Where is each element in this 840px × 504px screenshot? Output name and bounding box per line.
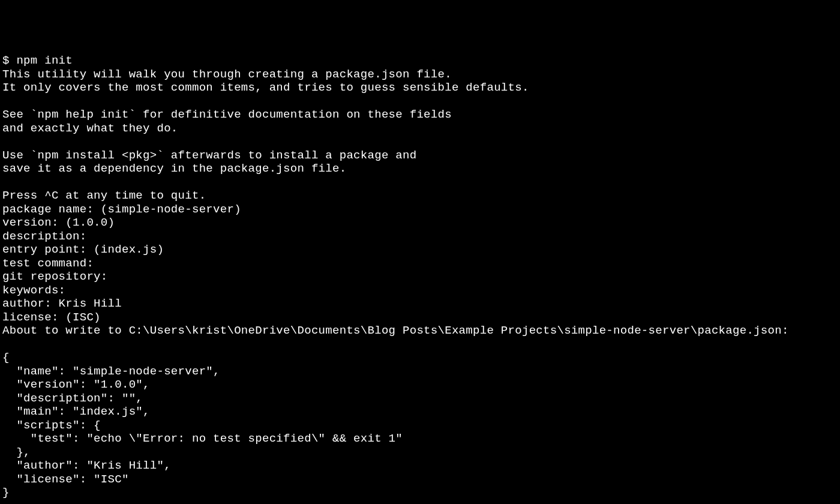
prompt-description: description: [2,230,838,244]
json-line: } [2,486,838,500]
terminal-window[interactable]: $ npm initThis utility will walk you thr… [0,54,840,504]
about-to-write-line: About to write to C:\Users\krist\OneDriv… [2,324,838,338]
output-line: Press ^C at any time to quit. [2,189,838,203]
prompt-license: license: (ISC) [2,311,838,325]
json-line: "main": "index.js", [2,405,838,419]
output-line: and exactly what they do. [2,122,838,136]
prompt-symbol: $ [2,54,16,67]
blank-line [2,135,838,149]
json-line: "test": "echo \"Error: no test specified… [2,432,838,446]
blank-line [2,500,838,505]
prompt-version: version: (1.0.0) [2,216,838,230]
prompt-author: author: Kris Hill [2,297,838,311]
prompt-package-name: package name: (simple-node-server) [2,203,838,217]
output-line: See `npm help init` for definitive docum… [2,108,838,122]
blank-line [2,176,838,190]
output-line: It only covers the most common items, an… [2,81,838,95]
blank-line [2,95,838,109]
prompt-git-repository: git repository: [2,270,838,284]
output-line: save it as a dependency in the package.j… [2,162,838,176]
json-line: "version": "1.0.0", [2,378,838,392]
json-line: "author": "Kris Hill", [2,459,838,473]
json-line: { [2,351,838,365]
blank-line [2,338,838,352]
prompt-entry-point: entry point: (index.js) [2,243,838,257]
prompt-keywords: keywords: [2,284,838,298]
json-line: "name": "simple-node-server", [2,365,838,379]
json-line: "scripts": { [2,419,838,433]
json-line: "license": "ISC" [2,473,838,487]
json-line: }, [2,446,838,460]
output-line: Use `npm install <pkg>` afterwards to in… [2,149,838,163]
prompt-test-command: test command: [2,257,838,271]
command-text: npm init [16,54,73,67]
json-line: "description": "", [2,392,838,406]
command-line: $ npm init [2,54,838,68]
output-line: This utility will walk you through creat… [2,68,838,82]
